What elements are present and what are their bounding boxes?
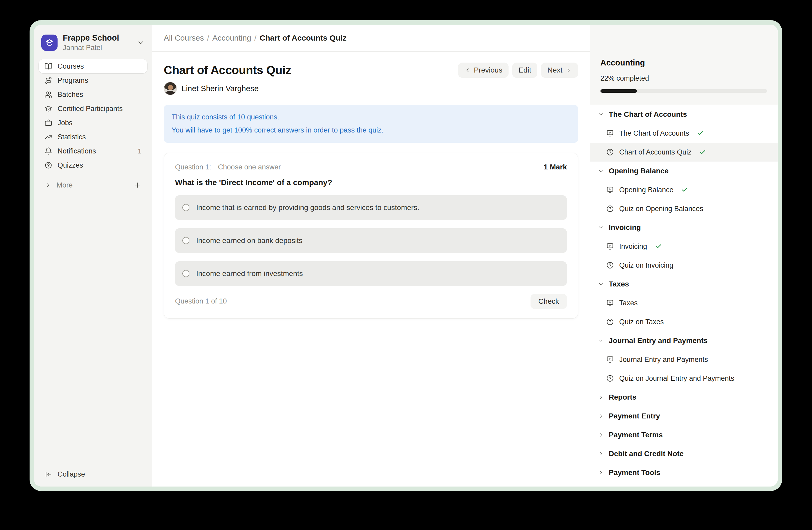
chevron-right-icon: [598, 432, 604, 438]
chevron-right-icon: [44, 182, 51, 189]
main-content: All Courses / Accounting / Chart of Acco…: [152, 25, 590, 487]
sidebar-item-courses[interactable]: Courses: [39, 59, 147, 73]
outline-item-quiz-on-invoicing[interactable]: Quiz on Invoicing: [590, 256, 778, 275]
breadcrumb-accounting[interactable]: Accounting: [213, 33, 251, 42]
graduation-cap-icon: [44, 105, 52, 113]
author-name: Linet Sherin Varghese: [182, 84, 259, 93]
help-circle-icon: [606, 148, 614, 156]
outline-section-payment-terms[interactable]: Payment Terms: [590, 426, 778, 444]
help-circle-icon: [606, 205, 614, 213]
sidebar-item-batches[interactable]: Batches: [39, 87, 147, 102]
edit-label: Edit: [519, 66, 531, 74]
sidebar-item-label: Programs: [58, 76, 88, 85]
chevron-right-icon: [598, 394, 604, 400]
course-outline-header: Accounting 22% completed: [590, 25, 778, 105]
banner-line-1: This quiz consists of 10 questions.: [172, 111, 570, 124]
app-window-content: Frappe School Jannat Patel CoursesProgra…: [34, 25, 778, 487]
outline-item-label: Quiz on Opening Balances: [619, 205, 703, 213]
bell-icon: [44, 147, 52, 155]
outline-item-quiz-on-opening-balances[interactable]: Quiz on Opening Balances: [590, 199, 778, 218]
outline-section-payment-tools[interactable]: Payment Tools: [590, 463, 778, 482]
quiz-page: Chart of Accounts Quiz Previous Edit: [152, 52, 590, 487]
sidebar-item-label: Notifications: [58, 147, 96, 155]
outline-section-journal-entry-and-payments[interactable]: Journal Entry and Payments: [590, 331, 778, 350]
sidebar: Frappe School Jannat Patel CoursesProgra…: [34, 25, 152, 487]
monitor-play-icon: [606, 186, 614, 194]
sidebar-item-label: Certified Participants: [58, 105, 123, 113]
question-card: Question 1: Choose one answer 1 Mark Wha…: [164, 153, 578, 319]
progress-bar: [600, 89, 767, 93]
breadcrumb-all-courses[interactable]: All Courses: [164, 33, 204, 42]
sidebar-item-notifications[interactable]: Notifications1: [39, 144, 147, 158]
outline-section-label: Opening Balance: [609, 167, 669, 175]
outline-item-label: Opening Balance: [619, 186, 673, 194]
sidebar-item-label: Batches: [58, 90, 83, 99]
chevron-down-icon: [598, 111, 604, 117]
outline-item-taxes[interactable]: Taxes: [590, 294, 778, 312]
more-label: More: [57, 181, 73, 189]
previous-label: Previous: [474, 66, 502, 74]
check-button[interactable]: Check: [531, 294, 567, 309]
outline-section-label: The Chart of Accounts: [609, 110, 687, 118]
sidebar-item-quizzes[interactable]: Quizzes: [39, 158, 147, 172]
next-button[interactable]: Next: [541, 62, 578, 78]
workspace-switcher[interactable]: Frappe School Jannat Patel: [39, 33, 147, 52]
sidebar-item-label: Courses: [58, 62, 84, 70]
banner-line-2: You will have to get 100% correct answer…: [172, 124, 570, 137]
outline-item-invoicing[interactable]: Invoicing: [590, 237, 778, 256]
sidebar-more[interactable]: More: [39, 178, 147, 192]
monitor-play-icon: [606, 299, 614, 307]
outline-item-chart-of-accounts-quiz[interactable]: Chart of Accounts Quiz: [590, 143, 778, 162]
plus-icon[interactable]: [134, 181, 142, 189]
radio-button[interactable]: [182, 270, 189, 277]
answer-option-3[interactable]: Income earned from investments: [175, 261, 567, 286]
outline-item-opening-balance[interactable]: Opening Balance: [590, 180, 778, 199]
radio-button[interactable]: [182, 237, 189, 244]
answer-option-label: Income that is earned by providing goods…: [196, 204, 419, 212]
quiz-author: Linet Sherin Varghese: [164, 82, 578, 95]
radio-button[interactable]: [182, 204, 189, 211]
outline-item-label: Chart of Accounts Quiz: [619, 148, 692, 156]
outline-section-opening-balance[interactable]: Opening Balance: [590, 162, 778, 180]
outline-item-label: The Chart of Accounts: [619, 129, 689, 138]
page-title: Chart of Accounts Quiz: [164, 64, 291, 77]
frappe-school-logo: [41, 34, 58, 51]
outline-item-journal-entry-and-payments[interactable]: Journal Entry and Payments: [590, 350, 778, 369]
outline-section-label: Payment Tools: [609, 469, 660, 477]
check-icon: [697, 130, 704, 137]
previous-button[interactable]: Previous: [458, 62, 509, 78]
briefcase-icon: [44, 119, 52, 127]
users-icon: [44, 90, 52, 98]
outline-section-label: Debit and Credit Note: [609, 450, 684, 458]
sidebar-item-programs[interactable]: Programs: [39, 73, 147, 87]
sidebar-item-certified-participants[interactable]: Certified Participants: [39, 102, 147, 116]
answer-option-2[interactable]: Income earned on bank deposits: [175, 228, 567, 253]
workspace-user: Jannat Patel: [63, 43, 132, 52]
help-circle-icon: [606, 261, 614, 269]
chevron-down-icon: [137, 39, 145, 46]
edit-button[interactable]: Edit: [512, 62, 537, 78]
workspace-title: Frappe School: [63, 33, 132, 43]
help-circle-icon: [44, 161, 52, 169]
sidebar-item-label: Quizzes: [58, 161, 83, 169]
answer-options: Income that is earned by providing goods…: [175, 195, 567, 286]
outline-section-invoicing[interactable]: Invoicing: [590, 218, 778, 237]
sidebar-item-jobs[interactable]: Jobs: [39, 116, 147, 130]
outline-section-debit-and-credit-note[interactable]: Debit and Credit Note: [590, 444, 778, 463]
collapse-sidebar-button[interactable]: Collapse: [39, 467, 147, 481]
outline-item-quiz-on-journal-entry-and-payments[interactable]: Quiz on Journal Entry and Payments: [590, 369, 778, 388]
outline-section-taxes[interactable]: Taxes: [590, 275, 778, 294]
progress-fill: [600, 89, 637, 93]
outline-item-quiz-on-taxes[interactable]: Quiz on Taxes: [590, 312, 778, 331]
outline-section-label: Journal Entry and Payments: [609, 336, 708, 345]
outline-section-payment-entry[interactable]: Payment Entry: [590, 407, 778, 426]
sidebar-item-statistics[interactable]: Statistics: [39, 130, 147, 144]
outline-item-the-chart-of-accounts[interactable]: The Chart of Accounts: [590, 124, 778, 143]
chevron-down-icon: [598, 281, 604, 287]
outline-section-the-chart-of-accounts[interactable]: The Chart of Accounts: [590, 105, 778, 124]
book-open-icon: [44, 62, 52, 70]
outline-item-label: Quiz on Journal Entry and Payments: [619, 375, 734, 382]
outline-section-label: Payment Terms: [609, 431, 663, 439]
answer-option-1[interactable]: Income that is earned by providing goods…: [175, 195, 567, 220]
outline-section-reports[interactable]: Reports: [590, 388, 778, 407]
